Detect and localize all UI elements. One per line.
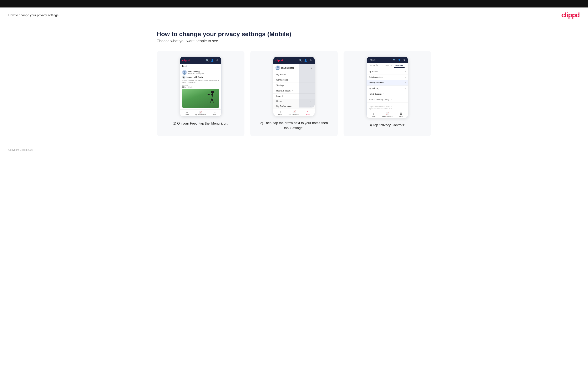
help-ext-icon: ↗ xyxy=(383,93,384,95)
menu-label-3: Menu xyxy=(399,116,403,117)
step-2-caption: 2) Then, tap the arrow next to your name… xyxy=(259,121,329,131)
performance-label-3: My Performance xyxy=(382,116,392,117)
step-3-phone: ‹ < Back 🔍 👤 ⚙ My Profile Connections Se… xyxy=(366,57,408,118)
bottom-nav-menu-3: ☰ Menu xyxy=(394,112,408,117)
phone-1-nav: clippd 🔍 👤 ⚙ xyxy=(180,57,221,64)
settings-item-my-golf-bag: My Golf Bag › xyxy=(367,86,408,91)
feed-duration-label: Duration xyxy=(182,84,219,86)
settings-list: My Account › Data Integrations › Privacy… xyxy=(367,68,408,103)
header-logo: clippd xyxy=(561,11,580,19)
menu-close-icon: ✕ xyxy=(307,110,309,113)
search-icon: 🔍 xyxy=(206,58,209,62)
bottom-nav-menu-2: ✕ Menu xyxy=(301,110,315,115)
menu-user-left: Blair McHarg xyxy=(276,66,294,70)
svg-point-0 xyxy=(183,71,186,73)
data-integrations-label: Data Integrations xyxy=(369,76,383,78)
lesson-icon: 🎓 xyxy=(182,75,186,79)
feed-image xyxy=(182,89,219,108)
bottom-nav-home-2: ⌂ Home xyxy=(273,110,287,115)
home-icon: ⌂ xyxy=(186,111,188,114)
bottom-nav-performance-2: 📈 My Performance xyxy=(287,110,301,115)
svg-point-2 xyxy=(211,91,214,93)
settings-icon-3: ⚙ xyxy=(402,58,406,62)
feed-lesson-row: 🎓 Lesson with Fordy xyxy=(182,75,219,79)
settings-item-data-integrations: Data Integrations › xyxy=(367,75,408,80)
bottom-nav-menu: ☰ Menu xyxy=(208,111,221,115)
svg-line-5 xyxy=(212,98,213,102)
performance-label-2: My Performance xyxy=(289,114,299,115)
service-ext-icon: ↗ xyxy=(390,99,392,101)
version-line-1: Clippd Client Version: 2022.8.3-3 xyxy=(369,105,406,108)
step-1-phone: clippd 🔍 👤 ⚙ Feed xyxy=(180,57,222,117)
performance-icon: 📈 xyxy=(199,111,202,114)
phone-1-bottom-nav: ⌂ Home 📈 My Performance ☰ Menu xyxy=(180,109,221,116)
home-icon-2: ⌂ xyxy=(279,110,281,113)
svg-point-9 xyxy=(276,69,279,70)
user-icon-2: 👤 xyxy=(304,58,308,62)
menu-avatar xyxy=(276,66,280,70)
my-golf-bag-chevron-icon: › xyxy=(405,87,406,89)
search-icon-2: 🔍 xyxy=(299,58,303,62)
back-button: ‹ < Back xyxy=(368,59,375,61)
service-privacy-label: Service & Privacy Policy ↗ xyxy=(369,99,392,101)
menu-section-home-label: Home xyxy=(276,100,282,102)
settings-back-bar: ‹ < Back 🔍 👤 ⚙ xyxy=(367,57,408,63)
feed-duration-val: 01 hr : 30 min xyxy=(182,86,219,88)
feed-post-header: Blair McHarg Yesterday · Sunningdale xyxy=(182,70,219,75)
user-icon: 👤 xyxy=(210,58,214,62)
data-integrations-chevron-icon: › xyxy=(405,76,406,78)
phone-1-nav-icons: 🔍 👤 ⚙ xyxy=(206,58,219,62)
settings-icon-2: ⚙ xyxy=(309,58,312,62)
version-line-2: GQL Server Version: 2022.7.30-1 xyxy=(369,108,406,110)
tab-my-profile[interactable]: My Profile xyxy=(368,63,380,68)
feed-post: Blair McHarg Yesterday · Sunningdale 🎓 L… xyxy=(180,68,221,109)
home-label-3: Home xyxy=(372,116,376,117)
main-content: How to change your privacy settings (Mob… xyxy=(148,22,440,143)
tab-settings[interactable]: Settings xyxy=(394,63,405,68)
settings-version: Clippd Client Version: 2022.8.3-3 GQL Se… xyxy=(367,103,408,111)
phone-3-bottom-nav: ⌂ Home 📈 My Performance ☰ Menu xyxy=(367,111,408,118)
back-chevron-icon: ‹ xyxy=(368,59,369,61)
performance-label: My Performance xyxy=(195,114,206,115)
menu-label-2: Menu xyxy=(306,114,310,115)
feed-post-sub: Yesterday · Sunningdale xyxy=(188,73,204,74)
svg-line-4 xyxy=(210,98,212,102)
bottom-nav-home: ⌂ Home xyxy=(180,111,194,115)
menu-icon-3: ☰ xyxy=(400,112,402,115)
user-icon-3: 👤 xyxy=(398,58,401,62)
golfer-svg xyxy=(205,90,217,108)
settings-item-privacy-controls: Privacy Controls › xyxy=(367,80,408,86)
phone-1-logo: clippd xyxy=(182,59,190,62)
my-golf-bag-label: My Golf Bag xyxy=(369,87,379,89)
my-account-label: My Account xyxy=(369,70,379,73)
phone-2-logo: clippd xyxy=(276,59,283,62)
svg-point-8 xyxy=(277,66,279,68)
steps-row: clippd 🔍 👤 ⚙ Feed xyxy=(156,51,432,136)
phone-2-nav: clippd 🔍 👤 ⚙ xyxy=(273,57,315,64)
top-bar xyxy=(0,0,588,8)
header: How to change your privacy settings clip… xyxy=(0,8,588,22)
feed-lesson-desc: Looking to feel like my hands are exitin… xyxy=(182,79,219,83)
tab-connections[interactable]: Connections xyxy=(380,63,394,68)
settings-icon: ⚙ xyxy=(216,58,219,62)
bottom-nav-home-3: ⌂ Home xyxy=(367,112,380,117)
search-icon-3: 🔍 xyxy=(392,58,396,62)
settings-tabs: My Profile Connections Settings xyxy=(367,63,408,68)
feed-lesson-title: Lesson with Fordy xyxy=(187,76,203,78)
settings-item-my-account: My Account › xyxy=(367,69,408,75)
settings-item-service-privacy: Service & Privacy Policy ↗ xyxy=(367,97,408,102)
performance-icon-2: 📈 xyxy=(293,110,296,113)
page-subheading: Choose what you want people to see xyxy=(156,39,432,43)
menu-user-name: Blair McHarg xyxy=(281,67,294,69)
phone-overlay xyxy=(299,64,315,108)
step-2-card: clippd 🔍 👤 ⚙ Blai xyxy=(250,51,338,136)
phone-2-nav-icons: 🔍 👤 ⚙ xyxy=(299,58,312,62)
feed-post-name: Blair McHarg xyxy=(188,71,204,73)
my-account-chevron-icon: › xyxy=(405,70,406,73)
menu-label: Menu xyxy=(213,114,216,115)
help-support-label: Help & Support ↗ xyxy=(369,93,384,95)
home-label-2: Home xyxy=(278,114,282,115)
phone-3-nav-icons: 🔍 👤 ⚙ xyxy=(392,58,406,62)
privacy-controls-label: Privacy Controls xyxy=(369,82,384,84)
home-label: Home xyxy=(185,114,189,115)
